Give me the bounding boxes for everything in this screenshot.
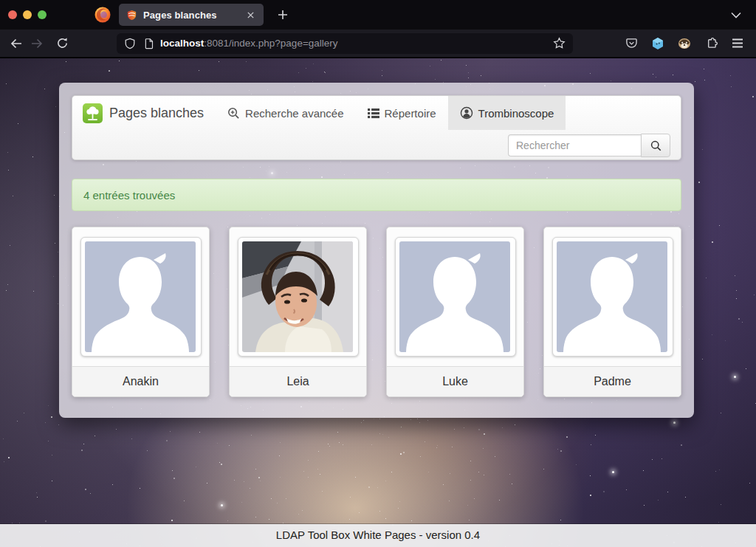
search-form — [72, 130, 681, 161]
pocket-icon[interactable] — [620, 33, 642, 54]
entry-name: Luke — [387, 366, 523, 396]
ltb-favicon — [126, 10, 137, 21]
tab-title: Pages blanches — [143, 10, 243, 21]
default-avatar-silhouette — [85, 241, 196, 352]
tanuki-extension-icon[interactable] — [673, 33, 695, 54]
bookmark-star-icon[interactable] — [553, 37, 566, 49]
blue-cube-extension-icon[interactable] — [647, 33, 669, 54]
ltb-tree-logo-icon — [83, 103, 103, 123]
search-icon — [650, 140, 662, 151]
entry-name: Leia — [230, 366, 366, 396]
url-text: localhost:8081/index.php?page=gallery — [160, 38, 338, 49]
app-brand-label: Pages blanches — [109, 106, 204, 121]
photo-frame — [80, 237, 202, 357]
page-background: Pages blanches Recherche avancée Réperto… — [0, 58, 756, 547]
nav-label: Trombinoscope — [478, 107, 554, 120]
nav-repertoire[interactable]: Répertoire — [356, 96, 448, 130]
menu-hamburger-icon[interactable] — [726, 33, 749, 54]
default-avatar-silhouette — [557, 241, 667, 352]
browser-tab[interactable]: Pages blanches — [119, 4, 264, 26]
app-brand[interactable]: Pages blanches — [72, 96, 216, 130]
toolbar-extensions — [620, 33, 756, 54]
chevron-down-icon[interactable] — [731, 12, 741, 18]
nav-label: Répertoire — [385, 107, 436, 120]
back-button[interactable] — [6, 33, 27, 54]
leia-portrait-photo — [242, 241, 353, 352]
browser-window: Pages blanches — [0, 0, 756, 547]
entry-card-anakin[interactable]: Anakin — [72, 227, 210, 397]
browser-toolbar: localhost:8081/index.php?page=gallery — [0, 30, 756, 58]
entry-card-luke[interactable]: Luke — [386, 227, 524, 397]
results-alert: 4 entrées trouvées — [72, 179, 681, 211]
gallery: Anakin — [72, 227, 681, 397]
app-navbar: Pages blanches Recherche avancée Réperto… — [72, 95, 681, 160]
new-tab-button[interactable] — [272, 4, 293, 25]
window-controls — [0, 10, 54, 19]
nav-trombinoscope[interactable]: Trombinoscope — [448, 96, 566, 130]
extensions-puzzle-icon[interactable] — [700, 33, 722, 54]
app-footer: LDAP Tool Box White Pages - version 0.4 — [0, 524, 756, 547]
firefox-icon — [92, 4, 113, 25]
entry-name: Padme — [544, 366, 681, 396]
browser-titlebar: Pages blanches — [0, 0, 756, 30]
nav-label: Recherche avancée — [245, 107, 343, 120]
entry-card-leia[interactable]: Leia — [229, 227, 367, 397]
nav-recherche-avancee[interactable]: Recherche avancée — [216, 96, 355, 130]
close-window-button[interactable] — [8, 10, 17, 19]
entry-card-padme[interactable]: Padme — [543, 227, 681, 397]
photo-frame — [238, 237, 359, 357]
photo-frame — [395, 237, 516, 357]
minimize-window-button[interactable] — [23, 10, 32, 19]
forward-button[interactable] — [27, 33, 47, 54]
close-tab-icon[interactable] — [243, 7, 258, 22]
photo-frame — [552, 237, 673, 357]
page-icon[interactable] — [143, 38, 154, 49]
search-button[interactable] — [641, 134, 670, 157]
search-input[interactable] — [508, 134, 641, 156]
default-avatar-silhouette — [399, 241, 510, 352]
footer-text: LDAP Tool Box White Pages - version 0.4 — [276, 529, 480, 541]
shield-icon[interactable] — [124, 38, 136, 49]
reload-button[interactable] — [52, 33, 72, 54]
zoom-window-button[interactable] — [38, 10, 47, 19]
url-bar[interactable]: localhost:8081/index.php?page=gallery — [117, 33, 573, 54]
entry-name: Anakin — [72, 366, 209, 396]
app-container: Pages blanches Recherche avancée Réperto… — [59, 83, 694, 418]
